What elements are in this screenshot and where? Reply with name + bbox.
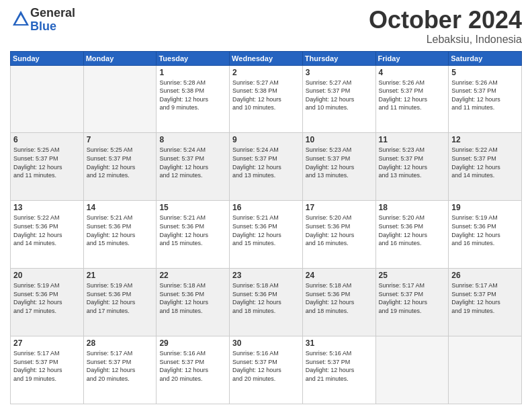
- table-row: 29Sunrise: 5:16 AMSunset: 5:37 PMDayligh…: [157, 336, 230, 404]
- day-info: Sunrise: 5:20 AMSunset: 5:36 PMDaylight:…: [379, 214, 446, 247]
- sunset-label: Sunset: 5:37 PM: [379, 155, 424, 162]
- calendar-header-row: Sunday Monday Tuesday Wednesday Thursday…: [11, 51, 522, 65]
- sunset-label: Sunset: 5:36 PM: [306, 223, 351, 230]
- sunrise-label: Sunrise: 5:26 AM: [379, 79, 425, 86]
- table-row: 3Sunrise: 5:27 AMSunset: 5:37 PMDaylight…: [302, 65, 375, 133]
- sunset-label: Sunset: 5:37 PM: [87, 359, 132, 365]
- day-number: 6: [13, 135, 81, 144]
- daylight-minutes: and 14 minutes.: [451, 172, 494, 179]
- sunrise-label: Sunrise: 5:16 AM: [232, 350, 279, 357]
- daylight-label: Daylight: 12 hours: [232, 96, 281, 103]
- col-wednesday: Wednesday: [230, 51, 303, 65]
- daylight-label: Daylight: 12 hours: [87, 232, 136, 238]
- day-info: Sunrise: 5:21 AMSunset: 5:36 PMDaylight:…: [159, 214, 226, 247]
- sunrise-label: Sunrise: 5:17 AM: [379, 282, 425, 289]
- daylight-minutes: and 18 minutes.: [306, 308, 349, 314]
- daylight-minutes: and 9 minutes.: [159, 104, 199, 111]
- day-number: 30: [232, 338, 300, 348]
- sunset-label: Sunset: 5:36 PM: [87, 291, 132, 298]
- table-row: 24Sunrise: 5:18 AMSunset: 5:36 PMDayligh…: [302, 269, 375, 336]
- table-row: 31Sunrise: 5:16 AMSunset: 5:37 PMDayligh…: [302, 336, 375, 404]
- table-row: 6Sunrise: 5:25 AMSunset: 5:37 PMDaylight…: [11, 133, 84, 201]
- table-row: 25Sunrise: 5:17 AMSunset: 5:37 PMDayligh…: [375, 269, 449, 336]
- table-row: 5Sunrise: 5:26 AMSunset: 5:37 PMDaylight…: [449, 65, 522, 133]
- day-number: 4: [379, 68, 446, 77]
- sunset-label: Sunset: 5:37 PM: [451, 87, 496, 94]
- day-number: 17: [306, 203, 373, 212]
- sunrise-label: Sunrise: 5:26 AM: [451, 79, 498, 86]
- calendar-row-4: 20Sunrise: 5:19 AMSunset: 5:36 PMDayligh…: [11, 269, 522, 336]
- day-info: Sunrise: 5:25 AMSunset: 5:37 PMDaylight:…: [87, 146, 154, 179]
- location-title: Lebaksiu, Indonesia: [369, 34, 522, 46]
- day-info: Sunrise: 5:19 AMSunset: 5:36 PMDaylight:…: [451, 214, 519, 247]
- table-row: 13Sunrise: 5:22 AMSunset: 5:36 PMDayligh…: [11, 201, 84, 269]
- daylight-minutes: and 14 minutes.: [13, 240, 56, 246]
- daylight-minutes: and 17 minutes.: [87, 308, 130, 314]
- day-number: 14: [87, 203, 154, 212]
- daylight-label: Daylight: 12 hours: [306, 299, 355, 306]
- day-info: Sunrise: 5:24 AMSunset: 5:37 PMDaylight:…: [159, 146, 226, 179]
- day-number: 8: [159, 135, 226, 144]
- sunset-label: Sunset: 5:37 PM: [87, 155, 132, 162]
- calendar-row-3: 13Sunrise: 5:22 AMSunset: 5:36 PMDayligh…: [11, 201, 522, 269]
- sunset-label: Sunset: 5:37 PM: [379, 87, 424, 94]
- day-info: Sunrise: 5:26 AMSunset: 5:37 PMDaylight:…: [451, 79, 519, 112]
- logo-general: General: [30, 6, 75, 19]
- day-number: 3: [306, 68, 373, 77]
- logo-text: General Blue: [30, 7, 75, 34]
- daylight-minutes: and 20 minutes.: [232, 375, 275, 382]
- daylight-label: Daylight: 12 hours: [13, 232, 62, 238]
- day-info: Sunrise: 5:27 AMSunset: 5:37 PMDaylight:…: [306, 79, 373, 112]
- table-row: 15Sunrise: 5:21 AMSunset: 5:36 PMDayligh…: [157, 201, 230, 269]
- daylight-minutes: and 18 minutes.: [159, 308, 202, 314]
- day-info: Sunrise: 5:20 AMSunset: 5:36 PMDaylight:…: [306, 214, 373, 247]
- sunrise-label: Sunrise: 5:28 AM: [159, 79, 206, 86]
- daylight-minutes: and 10 minutes.: [306, 104, 349, 111]
- daylight-label: Daylight: 12 hours: [379, 299, 428, 306]
- daylight-label: Daylight: 12 hours: [232, 299, 281, 306]
- day-info: Sunrise: 5:21 AMSunset: 5:36 PMDaylight:…: [232, 214, 300, 247]
- daylight-label: Daylight: 12 hours: [159, 96, 208, 103]
- sunrise-label: Sunrise: 5:19 AM: [13, 282, 60, 289]
- day-info: Sunrise: 5:18 AMSunset: 5:36 PMDaylight:…: [306, 281, 373, 315]
- daylight-label: Daylight: 12 hours: [232, 232, 281, 238]
- daylight-label: Daylight: 12 hours: [87, 164, 136, 171]
- sunset-label: Sunset: 5:36 PM: [379, 223, 424, 230]
- page: General Blue October 2024 Lebaksiu, Indo…: [0, 0, 532, 411]
- day-info: Sunrise: 5:21 AMSunset: 5:36 PMDaylight:…: [87, 214, 154, 247]
- daylight-minutes: and 16 minutes.: [379, 240, 422, 246]
- daylight-label: Daylight: 12 hours: [379, 164, 428, 171]
- table-row: 9Sunrise: 5:24 AMSunset: 5:37 PMDaylight…: [230, 133, 303, 201]
- day-number: 5: [451, 68, 519, 77]
- day-info: Sunrise: 5:16 AMSunset: 5:37 PMDaylight:…: [159, 349, 226, 383]
- sunset-label: Sunset: 5:36 PM: [232, 223, 277, 230]
- sunset-label: Sunset: 5:37 PM: [379, 291, 424, 298]
- sunset-label: Sunset: 5:36 PM: [451, 223, 496, 230]
- day-number: 13: [13, 203, 81, 212]
- table-row: 21Sunrise: 5:19 AMSunset: 5:36 PMDayligh…: [83, 269, 157, 336]
- day-number: 29: [159, 338, 226, 348]
- daylight-minutes: and 10 minutes.: [232, 104, 275, 111]
- table-row: 27Sunrise: 5:17 AMSunset: 5:37 PMDayligh…: [11, 336, 84, 404]
- day-number: 18: [379, 203, 446, 212]
- daylight-minutes: and 19 minutes.: [451, 308, 494, 314]
- day-info: Sunrise: 5:22 AMSunset: 5:37 PMDaylight:…: [451, 146, 519, 179]
- day-number: 24: [306, 271, 373, 280]
- sunrise-label: Sunrise: 5:19 AM: [87, 282, 133, 289]
- day-number: 31: [306, 338, 373, 348]
- daylight-label: Daylight: 12 hours: [87, 367, 136, 373]
- daylight-label: Daylight: 12 hours: [232, 164, 281, 171]
- table-row: 11Sunrise: 5:23 AMSunset: 5:37 PMDayligh…: [375, 133, 449, 201]
- table-row: 2Sunrise: 5:27 AMSunset: 5:38 PMDaylight…: [230, 65, 303, 133]
- table-row: [449, 336, 522, 404]
- sunrise-label: Sunrise: 5:21 AM: [87, 214, 133, 221]
- day-info: Sunrise: 5:18 AMSunset: 5:36 PMDaylight:…: [232, 281, 300, 315]
- day-number: 1: [159, 68, 226, 77]
- day-number: 20: [13, 271, 81, 280]
- day-info: Sunrise: 5:17 AMSunset: 5:37 PMDaylight:…: [451, 281, 519, 315]
- daylight-minutes: and 20 minutes.: [87, 375, 130, 382]
- daylight-label: Daylight: 12 hours: [13, 367, 62, 373]
- daylight-minutes: and 13 minutes.: [306, 172, 349, 179]
- day-info: Sunrise: 5:27 AMSunset: 5:38 PMDaylight:…: [232, 79, 300, 112]
- day-info: Sunrise: 5:16 AMSunset: 5:37 PMDaylight:…: [306, 349, 373, 383]
